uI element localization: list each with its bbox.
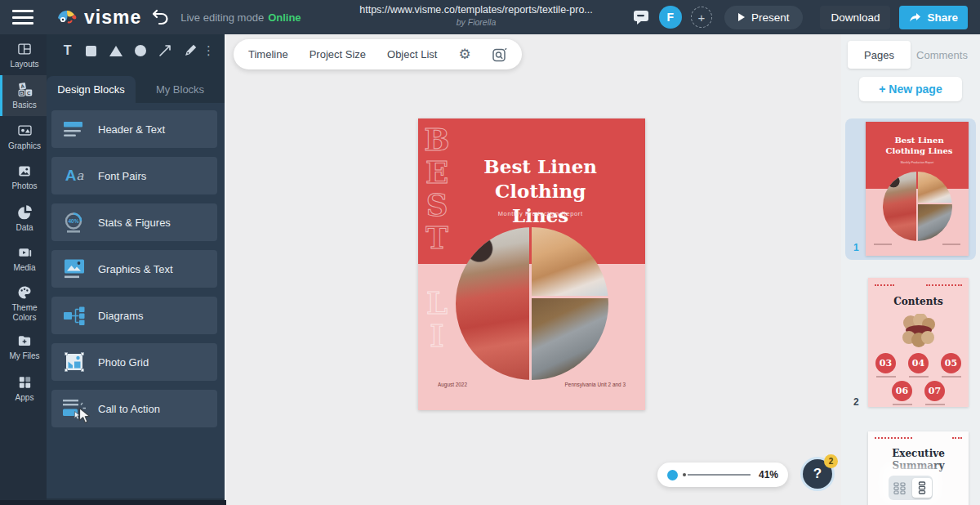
text-tool-button[interactable]: T <box>56 34 78 67</box>
canvas-area: Timeline Project Size Object List ⚙ BEST… <box>226 34 841 505</box>
contents-badge-03: 03 <box>875 353 896 373</box>
sidebar-item-apps[interactable]: Apps <box>0 368 47 409</box>
sidebar-item-graphics[interactable]: Graphics <box>0 116 47 157</box>
more-tools-button[interactable]: ⋮ <box>203 34 215 67</box>
sidebar-item-media[interactable]: Media <box>0 239 47 279</box>
square-tool-button[interactable] <box>78 34 103 67</box>
page-2-number: 2 <box>853 396 859 408</box>
comments-icon[interactable] <box>633 10 650 25</box>
help-button[interactable]: ? 2 <box>803 459 832 489</box>
block-item-header-text[interactable]: Header & Text <box>51 110 217 148</box>
list-view-button[interactable] <box>912 478 932 498</box>
graphics-icon <box>16 123 34 139</box>
zoom-slider-thumb[interactable] <box>667 470 678 480</box>
tab-my-blocks[interactable]: My Blocks <box>136 76 225 103</box>
circle-tool-button[interactable] <box>128 34 153 67</box>
my-files-folder-icon <box>16 333 33 349</box>
zoom-slider-track[interactable] <box>688 474 751 476</box>
sidebar-item-photos[interactable]: Photos <box>0 157 47 198</box>
pages-panel: Pages Comments + New page Best Linen Clo… <box>841 34 980 505</box>
object-list-button[interactable]: Object List <box>387 48 437 60</box>
user-avatar[interactable]: F <box>659 6 682 29</box>
preview-zoom-icon[interactable] <box>492 47 507 62</box>
block-item-graphics-text[interactable]: Graphics & Text <box>51 250 217 288</box>
tab-design-blocks[interactable]: Design Blocks <box>47 76 136 103</box>
timeline-button[interactable]: Timeline <box>248 48 288 60</box>
page-subtitle[interactable]: Monthly Production Report <box>468 210 613 217</box>
left-sidebar: Layouts A B C Basics Graphics Photos <box>0 34 47 500</box>
share-button[interactable]: Share <box>899 6 968 29</box>
thumb2-fabric-image <box>896 314 942 348</box>
arrow-line-icon <box>158 43 172 58</box>
page-1-number: 1 <box>853 242 859 253</box>
font-pairs-icon: Aa <box>61 167 87 185</box>
block-item-font-pairs[interactable]: Aa Font Pairs <box>51 157 217 194</box>
top-bar: visme Live editing modeOnline https://ww… <box>0 0 980 34</box>
block-item-photo-grid[interactable]: Photo Grid <box>51 343 217 381</box>
play-icon <box>738 13 745 21</box>
grid-view-icon <box>893 482 906 494</box>
page-footer-location[interactable]: Pennsylvania Unit 2 and 3 <box>565 382 626 387</box>
page-footer-date[interactable]: August 2022 <box>438 382 467 387</box>
new-page-button[interactable]: + New page <box>859 77 962 101</box>
contents-badge-07: 07 <box>924 381 945 401</box>
panel-bottom-strip <box>0 500 226 505</box>
canvas-toolbar: Timeline Project Size Object List ⚙ <box>234 39 522 69</box>
photos-icon <box>16 163 33 179</box>
contents-badge-06: 06 <box>892 381 912 401</box>
circle-icon <box>135 45 146 56</box>
hamburger-menu-icon[interactable] <box>12 10 33 25</box>
contents-badge-05: 05 <box>941 353 961 373</box>
block-item-call-to-action[interactable]: Call to Action <box>51 390 217 427</box>
pages-panel-tabs: Pages Comments <box>848 41 973 69</box>
media-icon <box>16 245 34 261</box>
triangle-tool-button[interactable] <box>104 34 128 67</box>
data-pie-icon <box>16 204 33 221</box>
page-thumbnail-1-selected[interactable]: Best Linen Clothing Lines Monthly Produc… <box>845 118 976 260</box>
thumb1-subtitle: Monthly Production Report <box>898 161 937 164</box>
list-view-icon <box>917 481 927 494</box>
sidebar-item-my-files[interactable]: My Files <box>0 327 47 368</box>
zoom-slider-min-dot <box>683 473 686 476</box>
sidebar-item-data[interactable]: Data <box>0 198 47 239</box>
tab-comments[interactable]: Comments <box>911 41 973 69</box>
svg-text:C: C <box>27 90 31 96</box>
photo-collage-circle[interactable] <box>456 227 608 380</box>
undo-button[interactable] <box>151 9 169 25</box>
photo-grid-icon <box>61 351 87 373</box>
triangle-icon <box>109 46 122 56</box>
diagrams-icon <box>61 306 87 326</box>
design-page[interactable]: BEST LI Best Linen Clothing Lines Monthl… <box>418 118 645 410</box>
present-button[interactable]: Present <box>724 6 804 29</box>
block-item-diagrams[interactable]: Diagrams <box>51 297 217 334</box>
settings-gear-icon[interactable]: ⚙ <box>458 46 470 63</box>
sidebar-item-theme-colors[interactable]: Theme Colors <box>0 279 47 327</box>
tab-pages[interactable]: Pages <box>848 41 911 69</box>
editing-mode-status: Live editing modeOnline <box>180 11 301 24</box>
visme-chameleon-icon <box>56 7 78 27</box>
pen-tool-button[interactable] <box>178 34 203 67</box>
theme-colors-palette-icon <box>16 284 33 301</box>
zoom-percentage: 41% <box>759 469 778 480</box>
blocks-panel: T ⋮ Design Blocks My Blocks Header & Tex… <box>47 34 226 500</box>
page-2-thumbnail[interactable]: Contents 03 04 05 06 07 <box>868 278 969 407</box>
photo-gray-coat[interactable] <box>532 298 608 380</box>
download-button[interactable]: Download <box>820 6 890 29</box>
add-collaborator-button[interactable]: + <box>691 7 712 28</box>
header-text-icon <box>61 120 87 139</box>
design-blocks-list: Header & Text Aa Font Pairs 40% Stats & … <box>47 103 225 498</box>
visme-logo[interactable]: visme <box>56 7 141 29</box>
line-arrow-tool-button[interactable] <box>153 34 177 67</box>
call-to-action-icon <box>61 398 87 419</box>
page-1-thumbnail[interactable]: Best Linen Clothing Lines Monthly Produc… <box>866 122 969 256</box>
project-size-button[interactable]: Project Size <box>310 48 366 60</box>
square-icon <box>86 46 96 56</box>
thumb1-title: Best Linen Clothing Lines <box>885 135 954 156</box>
sidebar-item-layouts[interactable]: Layouts <box>0 34 47 75</box>
zoom-control: 41% <box>657 463 788 487</box>
sidebar-item-basics[interactable]: A B C Basics <box>0 75 47 116</box>
block-item-stats-figures[interactable]: 40% Stats & Figures <box>51 203 217 241</box>
vertical-outline-text[interactable]: BEST LI <box>419 122 455 408</box>
grid-view-button[interactable] <box>890 478 910 498</box>
thumb1-collage <box>883 172 952 241</box>
